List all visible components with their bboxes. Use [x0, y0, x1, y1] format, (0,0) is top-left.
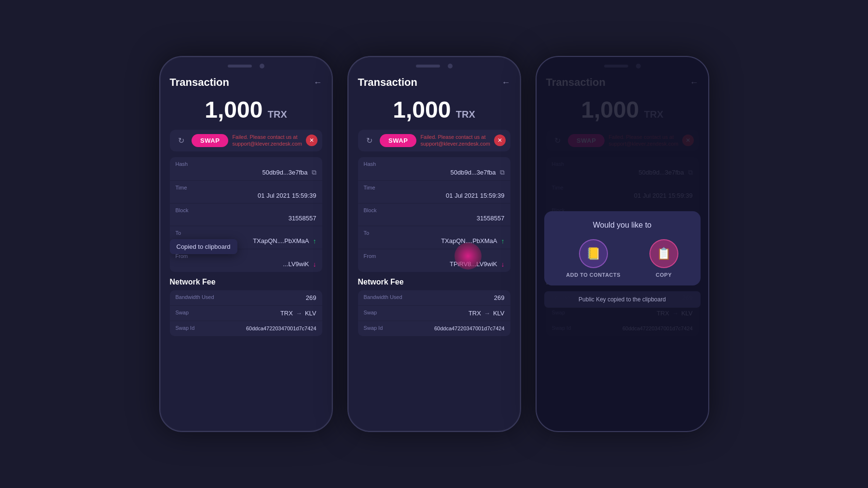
- phone-3: Transaction ← 1,000 TRX ↻ SWAP Failed. P…: [536, 56, 709, 432]
- swap-row: Swap TRX → KLV: [170, 306, 322, 321]
- phone-2: Transaction ← 1,000 TRX ↻ SWAP Failed. P…: [347, 56, 521, 432]
- add-contacts-icon[interactable]: 📒: [579, 239, 608, 268]
- public-key-toast: Public Key copied to the clipboard: [544, 291, 701, 308]
- swap-id-value: 60ddca47220347001d7c7424: [246, 325, 317, 331]
- to-label: To: [364, 230, 505, 236]
- block-value: 31558557: [364, 215, 505, 222]
- screen-title: Transaction: [358, 76, 417, 89]
- swap-id-row: Swap Id 60ddca47220347001d7c7424: [358, 321, 510, 336]
- notch-pill: [416, 65, 440, 68]
- hash-row: Hash 50db9d...3e7fba ⧉: [170, 157, 322, 181]
- notch-bar: [348, 57, 520, 68]
- network-fee-section: Network Fee Bandwidth Used 269 Swap TRX …: [170, 278, 322, 336]
- swap-id-value: 60ddca47220347001d7c7424: [434, 325, 505, 331]
- phone-1: Transaction ← 1,000 TRX ↻ SWAP Failed. P…: [159, 56, 333, 432]
- hash-label: Hash: [176, 161, 317, 167]
- hash-text: 50db9d...3e7fba: [262, 169, 308, 176]
- from-address: TPiRV8...LV9wiK: [450, 260, 497, 268]
- close-button[interactable]: ✕: [306, 135, 317, 146]
- to-address: TXapQN....PbXMaA: [441, 237, 497, 244]
- swap-arrow-symbol: →: [484, 310, 490, 317]
- swap-row: Swap TRX → KLV: [358, 306, 510, 321]
- notch-bar: [160, 57, 332, 68]
- from-value: ...LV9wiK ↓: [176, 260, 317, 268]
- screen-header: Transaction ←: [358, 72, 510, 95]
- bandwidth-row: Bandwidth Used 269: [170, 290, 322, 306]
- from-address: ...LV9wiK: [283, 260, 309, 268]
- hash-row: Hash 50db9d...3e7fba ⧉: [358, 157, 510, 181]
- block-row: Block 31558557: [358, 203, 510, 226]
- swap-arrow-symbol: →: [296, 310, 302, 317]
- back-arrow-icon[interactable]: ←: [314, 78, 322, 88]
- status-bar: ↻ SWAP Failed. Please contact us at supp…: [170, 130, 322, 151]
- amount-value: 1,000: [393, 97, 451, 122]
- notch-dot: [260, 64, 264, 68]
- phone-wrapper-3: Transaction ← 1,000 TRX ↻ SWAP Failed. P…: [536, 56, 709, 432]
- swap-direction: TRX → KLV: [280, 310, 317, 317]
- from-row: Copied to clipboard From ...LV9wiK ↓: [170, 249, 322, 272]
- fee-section: Bandwidth Used 269 Swap TRX → KLV: [170, 290, 322, 336]
- bandwidth-label: Bandwidth Used: [176, 294, 214, 300]
- info-section: Hash 50db9d...3e7fba ⧉ Time 01 Jul 2021 …: [358, 157, 510, 272]
- network-fee-title: Network Fee: [170, 278, 322, 286]
- time-row: Time 01 Jul 2021 15:59:39: [170, 181, 322, 203]
- add-contacts-action[interactable]: 📒 ADD TO CONTACTS: [566, 239, 620, 278]
- time-value: 01 Jul 2021 15:59:39: [176, 192, 317, 199]
- status-text: Failed. Please contact us at support@kle…: [420, 134, 490, 148]
- copy-dialog-icon[interactable]: 📋: [649, 239, 678, 268]
- copy-icon[interactable]: ⧉: [500, 168, 505, 176]
- bandwidth-label: Bandwidth Used: [364, 294, 402, 300]
- back-arrow-icon[interactable]: ←: [502, 78, 510, 88]
- swap-button[interactable]: SWAP: [192, 134, 228, 147]
- to-row: To TXapQN....PbXMaA ↑: [358, 226, 510, 249]
- amount-currency: TRX: [456, 109, 475, 120]
- copied-tooltip: Copied to clipboard: [170, 239, 237, 254]
- network-fee-title: Network Fee: [358, 278, 510, 286]
- add-contacts-label: ADD TO CONTACTS: [566, 272, 620, 278]
- hash-value: 50db9d...3e7fba ⧉: [176, 168, 317, 176]
- dialog-overlay: Would you like to 📒 ADD TO CONTACTS 📋 CO…: [537, 68, 708, 423]
- to-label: To: [176, 230, 317, 236]
- from-value: TPiRV8...LV9wiK ↓: [364, 260, 505, 268]
- amount-section: 1,000 TRX: [358, 95, 510, 130]
- dialog-title: Would you like to: [552, 221, 693, 230]
- swap-from-currency: TRX: [468, 310, 481, 317]
- bandwidth-value: 269: [306, 294, 317, 301]
- to-value: TXapQN....PbXMaA ↑: [364, 237, 505, 245]
- notch-dot: [448, 64, 453, 68]
- phone-screen: Transaction ← 1,000 TRX ↻ SWAP Failed. P…: [348, 68, 520, 423]
- close-button[interactable]: ✕: [494, 135, 506, 146]
- amount-section: 1,000 TRX: [170, 95, 322, 130]
- block-value: 31558557: [176, 215, 317, 222]
- time-row: Time 01 Jul 2021 15:59:39: [358, 181, 510, 203]
- dialog-actions: 📒 ADD TO CONTACTS 📋 COPY: [552, 239, 693, 278]
- amount-value: 1,000: [205, 97, 262, 122]
- block-row: Block 31558557: [170, 203, 322, 226]
- phone-wrapper-2: Transaction ← 1,000 TRX ↻ SWAP Failed. P…: [347, 56, 521, 432]
- swap-from-currency: TRX: [280, 310, 293, 317]
- hash-label: Hash: [364, 161, 505, 167]
- block-label: Block: [364, 207, 505, 213]
- hash-value: 50db9d...3e7fba ⧉: [364, 168, 505, 176]
- arrow-up-icon: ↑: [501, 237, 505, 245]
- network-fee-section: Network Fee Bandwidth Used 269 Swap TRX …: [358, 278, 510, 336]
- swap-button[interactable]: SWAP: [380, 134, 416, 147]
- swap-id-label: Swap Id: [364, 325, 383, 331]
- copy-icon[interactable]: ⧉: [312, 168, 317, 176]
- bandwidth-row: Bandwidth Used 269: [358, 290, 510, 306]
- dialog-box: Would you like to 📒 ADD TO CONTACTS 📋 CO…: [544, 211, 701, 285]
- swap-to-currency: KLV: [493, 310, 505, 317]
- copy-action[interactable]: 📋 COPY: [649, 239, 678, 278]
- fee-section: Bandwidth Used 269 Swap TRX → KLV: [358, 290, 510, 336]
- from-row: From TPiRV8...LV9wiK ↓: [358, 249, 510, 272]
- swap-cycle-icon: ↻: [175, 134, 188, 147]
- screen-header: Transaction ←: [170, 72, 322, 95]
- swap-id-label: Swap Id: [176, 325, 195, 331]
- block-label: Block: [176, 207, 317, 213]
- swap-row-label: Swap: [364, 310, 377, 315]
- swap-direction: TRX → KLV: [468, 310, 505, 317]
- copy-dialog-label: COPY: [656, 272, 672, 278]
- hash-text: 50db9d...3e7fba: [451, 169, 496, 176]
- swap-id-row: Swap Id 60ddca47220347001d7c7424: [170, 321, 322, 336]
- time-value: 01 Jul 2021 15:59:39: [364, 192, 505, 199]
